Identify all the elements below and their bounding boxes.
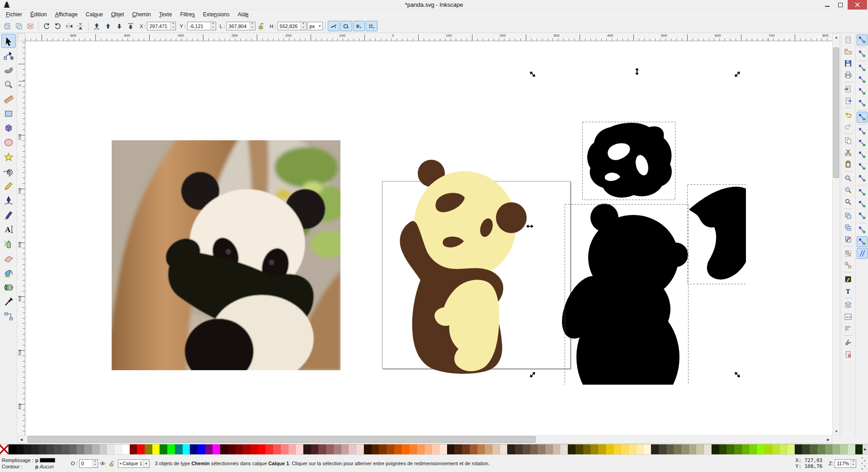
color-swatch[interactable]: [696, 444, 704, 454]
transform-patterns-toggle[interactable]: [366, 21, 377, 31]
color-swatch[interactable]: [258, 444, 266, 454]
color-swatch[interactable]: [76, 444, 84, 454]
snap-bounding-box-toggle[interactable]: [857, 48, 868, 59]
color-swatch[interactable]: [69, 444, 77, 454]
duplicate-button[interactable]: [843, 210, 854, 221]
color-swatch[interactable]: [379, 444, 387, 454]
color-swatch[interactable]: [212, 444, 220, 454]
snap-paths-toggle[interactable]: [857, 126, 868, 137]
color-swatch[interactable]: [303, 444, 311, 454]
menu-fichier[interactable]: Fichier: [2, 10, 26, 19]
color-swatch[interactable]: [689, 444, 697, 454]
black-crescent-path[interactable]: [689, 186, 746, 279]
calligraphy-tool[interactable]: [1, 208, 16, 222]
color-swatch[interactable]: [364, 444, 372, 454]
color-swatch[interactable]: [349, 444, 356, 454]
color-swatch[interactable]: [492, 444, 500, 454]
text-tool[interactable]: A: [1, 222, 16, 236]
paste-button[interactable]: [843, 159, 854, 170]
color-swatch[interactable]: [99, 444, 107, 454]
transform-stroke-toggle[interactable]: [328, 21, 340, 31]
color-swatch[interactable]: [198, 444, 205, 454]
width-spinner[interactable]: ▲▼: [250, 22, 255, 30]
menu-objet[interactable]: Objet: [107, 10, 128, 19]
color-swatch[interactable]: [848, 444, 855, 454]
canvas[interactable]: [25, 41, 832, 435]
color-swatch[interactable]: [114, 444, 122, 454]
node-editor-tool[interactable]: [1, 48, 16, 62]
minimize-button[interactable]: [821, 0, 834, 10]
color-swatch[interactable]: [598, 444, 606, 454]
menu-chemin[interactable]: Chemin: [128, 10, 155, 19]
color-swatch[interactable]: [160, 444, 167, 454]
zoom-drawing-button[interactable]: [843, 185, 854, 195]
paint-bucket-tool[interactable]: [1, 266, 16, 280]
color-swatch[interactable]: [757, 444, 764, 454]
color-swatch[interactable]: [817, 444, 825, 454]
color-swatch[interactable]: [152, 444, 160, 454]
raise-button[interactable]: [102, 21, 113, 32]
black-head-mask-path[interactable]: [587, 123, 672, 197]
color-swatch[interactable]: [417, 444, 425, 454]
x-field[interactable]: 297,471▲▼: [147, 22, 176, 30]
height-spinner[interactable]: ▲▼: [301, 22, 306, 30]
redo-button[interactable]: [843, 121, 854, 132]
color-swatch[interactable]: [643, 444, 651, 454]
bezier-pen-tool[interactable]: [1, 193, 16, 207]
maximize-button[interactable]: [834, 0, 847, 10]
color-swatch[interactable]: [31, 444, 39, 454]
color-swatch[interactable]: [250, 444, 258, 454]
star-tool[interactable]: [1, 150, 16, 164]
snap-smooth-nodes-toggle[interactable]: [857, 161, 868, 172]
close-button[interactable]: [848, 0, 867, 10]
scale-handle-bottom-center[interactable]: [633, 374, 641, 382]
cut-button[interactable]: [843, 147, 854, 158]
height-field[interactable]: 552,826▲▼: [278, 22, 307, 30]
color-swatch[interactable]: [560, 444, 568, 454]
scroll-left-arrow[interactable]: ◀: [18, 436, 25, 443]
select-all-button[interactable]: [2, 21, 13, 32]
color-swatch-none[interactable]: [0, 444, 9, 454]
color-swatch[interactable]: [288, 444, 296, 454]
pencil-tool[interactable]: [1, 179, 16, 193]
snap-cusp-nodes-toggle[interactable]: [857, 149, 868, 160]
lower-to-bottom-button[interactable]: [125, 21, 136, 32]
color-swatch[interactable]: [39, 444, 47, 454]
color-swatch[interactable]: [810, 444, 817, 454]
color-swatch[interactable]: [507, 444, 515, 454]
color-swatch[interactable]: [326, 444, 334, 454]
horizontal-scrollbar[interactable]: ◀ ▶: [17, 435, 832, 443]
xml-editor-button[interactable]: <>: [843, 311, 854, 322]
snap-guides-toggle[interactable]: [857, 248, 868, 259]
transform-gradients-toggle[interactable]: [353, 21, 365, 31]
opacity-field[interactable]: 0▲▼: [79, 459, 98, 468]
color-swatch[interactable]: [749, 444, 757, 454]
scale-handle-top-left[interactable]: [528, 70, 537, 78]
snap-bbox-edge-midpoints-toggle[interactable]: [857, 86, 868, 97]
spiral-tool[interactable]: [1, 164, 16, 178]
import-bitmap-button[interactable]: [843, 84, 854, 95]
deselect-button[interactable]: [24, 21, 36, 32]
menu-aide[interactable]: Aide: [234, 10, 253, 19]
preferences-button[interactable]: [843, 337, 854, 348]
color-swatch[interactable]: [832, 444, 840, 454]
resize-grip[interactable]: [861, 457, 867, 470]
raise-to-top-button[interactable]: [91, 21, 102, 32]
scroll-down-arrow[interactable]: ▼: [833, 428, 840, 435]
snap-bbox-centers-toggle[interactable]: [857, 98, 868, 109]
color-swatch[interactable]: [523, 444, 530, 454]
color-swatch[interactable]: [576, 444, 583, 454]
color-swatch[interactable]: [651, 444, 659, 454]
color-swatch[interactable]: [47, 444, 54, 454]
vertical-ruler[interactable]: 0100200300400500600: [17, 41, 25, 435]
color-swatch[interactable]: [296, 444, 303, 454]
color-swatch[interactable]: [606, 444, 613, 454]
snap-grids-toggle[interactable]: [857, 236, 868, 247]
text-dialog-button[interactable]: T: [843, 286, 854, 296]
color-swatch[interactable]: [432, 444, 439, 454]
color-swatch[interactable]: [742, 444, 750, 454]
color-swatch[interactable]: [236, 444, 243, 454]
save-document-button[interactable]: [843, 58, 854, 69]
color-swatch[interactable]: [16, 444, 24, 454]
palette-scroll-arrow[interactable]: ▶: [863, 444, 868, 454]
